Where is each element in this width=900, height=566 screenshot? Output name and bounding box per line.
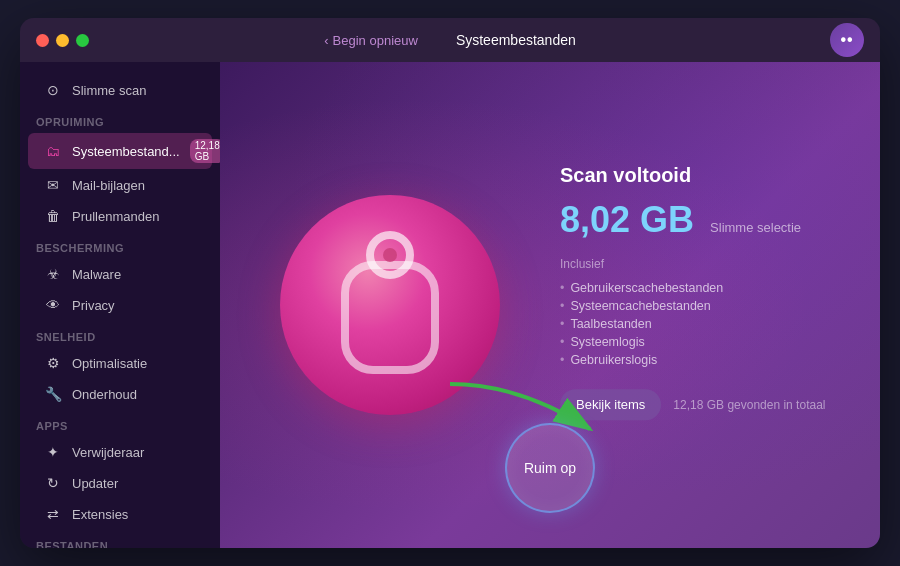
sidebar-item-verwijderaar[interactable]: ✦ Verwijderaar (28, 437, 212, 467)
profile-button[interactable]: •• (830, 23, 864, 57)
tag-icon-svg (320, 230, 460, 380)
maximize-button[interactable] (76, 34, 89, 47)
main-window: ‹ Begin opnieuw Systeembestanden •• ⊙ Sl… (20, 18, 880, 548)
sidebar-item-updater[interactable]: ↻ Updater (28, 468, 212, 498)
privacy-icon: 👁 (44, 296, 62, 314)
section-opruiming: Opruiming (20, 106, 220, 132)
uninstall-icon: ✦ (44, 443, 62, 461)
sidebar-badge: 12,18 GB (190, 139, 220, 163)
section-apps: Apps (20, 410, 220, 436)
sidebar-item-label: Malware (72, 267, 121, 282)
chevron-left-icon: ‹ (324, 33, 328, 48)
list-item: Systeemcachebestanden (560, 297, 840, 315)
clean-button[interactable]: Ruim op (505, 423, 595, 513)
sidebar-item-label: Onderhoud (72, 387, 137, 402)
sidebar-item-label: Updater (72, 476, 118, 491)
sidebar-item-mail-bijlagen[interactable]: ✉ Mail-bijlagen (28, 170, 212, 200)
list-item: Systeemlogis (560, 333, 840, 351)
sidebar-item-privacy[interactable]: 👁 Privacy (28, 290, 212, 320)
size-row: 8,02 GB Slimme selectie (560, 199, 840, 241)
minimize-button[interactable] (56, 34, 69, 47)
extensions-icon: ⇄ (44, 505, 62, 523)
section-bestanden: Bestanden (20, 530, 220, 548)
sidebar-item-malware[interactable]: ☣ Malware (28, 259, 212, 289)
back-label: Begin opnieuw (333, 33, 418, 48)
info-panel: Scan voltooid 8,02 GB Slimme selectie In… (560, 164, 840, 420)
more-icon: •• (840, 31, 853, 49)
smart-select-label: Slimme selectie (710, 220, 801, 235)
sidebar-item-label: Slimme scan (72, 83, 146, 98)
sidebar-item-prullenmanden[interactable]: 🗑 Prullenmanden (28, 201, 212, 231)
back-button[interactable]: ‹ Begin opnieuw (324, 33, 418, 48)
section-bescherming: Bescherming (20, 232, 220, 258)
found-text: 12,18 GB gevonden in totaal (673, 398, 825, 412)
sidebar-item-label: Systeembestand... (72, 144, 180, 159)
trash-icon: 🗑 (44, 207, 62, 225)
mail-icon: ✉ (44, 176, 62, 194)
titlebar: ‹ Begin opnieuw Systeembestanden •• (20, 18, 880, 62)
maintenance-icon: 🔧 (44, 385, 62, 403)
list-item: Gebruikerscachebestanden (560, 279, 840, 297)
sidebar-item-label: Extensies (72, 507, 128, 522)
list-item: Gebruikerslogis (560, 351, 840, 369)
sidebar-item-label: Mail-bijlagen (72, 178, 145, 193)
system-icon: 🗂 (44, 142, 62, 160)
sidebar-item-label: Verwijderaar (72, 445, 144, 460)
window-title: Systeembestanden (456, 32, 576, 48)
sidebar-item-systeembestanden[interactable]: 🗂 Systeembestand... 12,18 GB (28, 133, 212, 169)
update-icon: ↻ (44, 474, 62, 492)
includes-list: Gebruikerscachebestanden Systeemcachebes… (560, 279, 840, 369)
action-row: Bekijk items 12,18 GB gevonden in totaal (560, 389, 840, 420)
includes-label: Inclusief (560, 257, 840, 271)
sidebar: ⊙ Slimme scan Opruiming 🗂 Systeembestand… (20, 62, 220, 548)
sidebar-item-slimme-scan[interactable]: ⊙ Slimme scan (28, 75, 212, 105)
optimize-icon: ⚙ (44, 354, 62, 372)
traffic-lights (36, 34, 89, 47)
sidebar-item-label: Prullenmanden (72, 209, 159, 224)
section-snelheid: Snelheid (20, 321, 220, 347)
svg-point-2 (383, 248, 397, 262)
sidebar-item-extensies[interactable]: ⇄ Extensies (28, 499, 212, 529)
scan-complete-label: Scan voltooid (560, 164, 840, 187)
sidebar-item-label: Optimalisatie (72, 356, 147, 371)
size-value: 8,02 GB (560, 199, 694, 241)
close-button[interactable] (36, 34, 49, 47)
titlebar-center: ‹ Begin opnieuw Systeembestanden (324, 32, 576, 48)
clean-button-label: Ruim op (524, 460, 576, 476)
content-area: ⊙ Slimme scan Opruiming 🗂 Systeembestand… (20, 62, 880, 548)
scan-icon: ⊙ (44, 81, 62, 99)
sidebar-item-onderhoud[interactable]: 🔧 Onderhoud (28, 379, 212, 409)
main-content: Ruim op Scan voltooid 8,02 GB Slimme sel… (220, 62, 880, 548)
list-item: Taalbestanden (560, 315, 840, 333)
clean-button-area: Ruim op (505, 423, 595, 513)
sidebar-item-optimalisatie[interactable]: ⚙ Optimalisatie (28, 348, 212, 378)
svg-rect-0 (345, 265, 435, 370)
malware-icon: ☣ (44, 265, 62, 283)
sidebar-item-label: Privacy (72, 298, 115, 313)
